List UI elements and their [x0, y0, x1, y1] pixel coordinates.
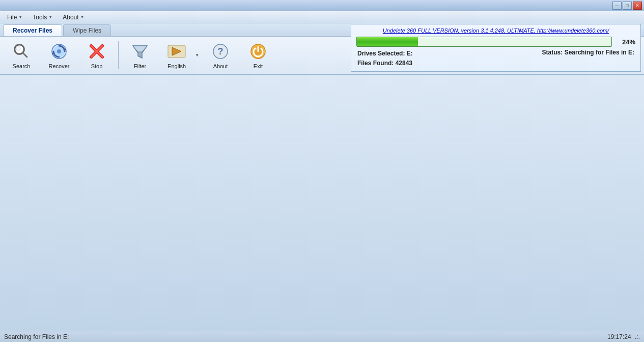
stop-button[interactable]: Stop: [78, 39, 115, 72]
menu-tools[interactable]: Tools ▼: [27, 13, 58, 22]
status-bar-left: Searching for Files in E:: [4, 333, 69, 340]
version-link[interactable]: Undelete 360 FULL VERSION, version 3.1.4…: [356, 27, 635, 34]
menu-about-arrow: ▼: [80, 15, 85, 19]
english-icon: [166, 41, 187, 62]
status-info: Status: Searching for Files in E:: [542, 49, 634, 56]
search-button[interactable]: Search: [3, 39, 40, 72]
english-label: English: [167, 63, 186, 69]
status-row: Drives Selected: E: Files Found: 42843 S…: [356, 49, 635, 68]
progress-row: 24%: [356, 37, 635, 47]
status-bar: Searching for Files in E: 19:17:24 .:.: [0, 331, 644, 342]
about-icon: ?: [210, 41, 231, 62]
about-button[interactable]: ? About: [202, 39, 239, 72]
drives-info: Drives Selected: E: Files Found: 42843: [357, 49, 413, 68]
exit-button[interactable]: Exit: [240, 39, 276, 72]
title-bar: ─ □ ✕: [0, 0, 644, 11]
recover-button[interactable]: Recover: [41, 39, 77, 72]
close-button[interactable]: ✕: [633, 2, 642, 10]
filter-label: Filter: [134, 63, 146, 69]
menu-tools-arrow: ▼: [48, 15, 52, 19]
english-button[interactable]: English ▼: [159, 39, 201, 72]
svg-point-6: [17, 47, 19, 49]
stop-label: Stop: [91, 63, 103, 69]
recover-label: Recover: [49, 63, 70, 69]
svg-text:?: ?: [218, 46, 223, 56]
about-label: About: [213, 63, 228, 69]
status-bar-right: 19:17:24 .:.: [607, 333, 640, 340]
progress-bar-fill: [357, 37, 418, 46]
progress-percent: 24%: [616, 38, 635, 46]
files-found-row: Files Found: 42843: [357, 59, 413, 68]
svg-line-5: [23, 53, 27, 57]
drives-selected-row: Drives Selected: E:: [357, 49, 413, 59]
filter-icon: [130, 41, 150, 62]
search-label: Search: [13, 63, 31, 69]
stop-icon: [87, 41, 107, 62]
filter-button[interactable]: Filter: [122, 39, 158, 72]
english-dropdown-arrow[interactable]: ▼: [193, 39, 201, 72]
minimize-button[interactable]: ─: [612, 2, 622, 10]
menu-about[interactable]: About ▼: [58, 13, 89, 22]
exit-label: Exit: [254, 63, 263, 69]
restore-button[interactable]: □: [623, 2, 632, 10]
main-content-area: [0, 75, 644, 331]
menu-file[interactable]: File ▼: [2, 13, 27, 22]
progress-bar: [356, 37, 612, 47]
toolbar-separator-1: [118, 41, 119, 69]
info-panel: Undelete 360 FULL VERSION, version 3.1.4…: [351, 24, 641, 72]
recover-icon: [49, 41, 69, 62]
menu-file-arrow: ▼: [18, 15, 22, 19]
exit-icon: [248, 41, 268, 62]
search-icon: [11, 41, 32, 62]
svg-point-24: [254, 47, 257, 50]
tab-wipe-files[interactable]: Wipe Files: [63, 24, 111, 36]
menu-bar: File ▼ Tools ▼ About ▼: [0, 11, 644, 23]
tab-recover-files[interactable]: Recover Files: [3, 24, 62, 36]
svg-point-11: [57, 49, 61, 53]
